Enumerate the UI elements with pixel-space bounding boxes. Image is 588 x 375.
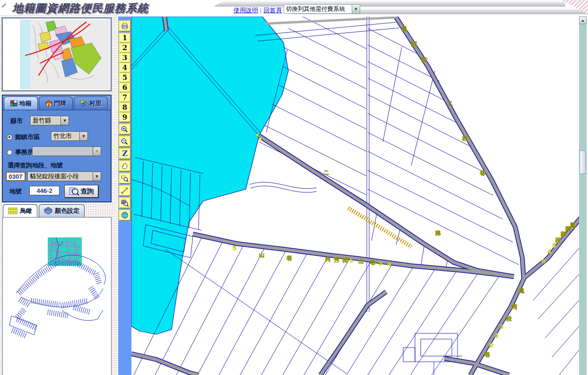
tab-village[interactable]: 村里 — [74, 96, 108, 110]
svg-text:巷: 巷 — [484, 351, 490, 358]
svg-text:岡: 岡 — [411, 41, 417, 47]
birdeye-extent-rect — [48, 237, 82, 266]
pan-button[interactable] — [119, 160, 131, 172]
svg-text:路: 路 — [435, 230, 441, 236]
county-select-arrow-icon[interactable]: ▼ — [61, 116, 69, 125]
scale-button-8[interactable]: 8 — [119, 102, 131, 113]
svg-text:巷: 巷 — [479, 170, 485, 176]
scale-button-6[interactable]: 6 — [119, 82, 131, 93]
help-link[interactable]: 使用說明 — [233, 7, 258, 14]
zoom-extent-button[interactable]: Z — [119, 148, 131, 159]
township-radio[interactable] — [7, 134, 12, 140]
svg-text:5: 5 — [349, 257, 353, 264]
map-toolbar: 1 2 3 4 5 6 7 8 9 Z — [118, 17, 131, 375]
tab-birdeye[interactable]: 鳥瞰 — [3, 204, 37, 217]
section-code-input[interactable]: 0307 — [6, 172, 26, 181]
tab-door-number[interactable]: 門牌 — [39, 96, 73, 110]
zoom-in-icon — [121, 125, 129, 133]
query-tabs: 地籍 門牌 村里 — [3, 96, 111, 110]
tab-cadastre-label: 地籍 — [19, 99, 32, 108]
office-select-arrow-icon[interactable]: ▼ — [93, 147, 101, 156]
scrollbar-thumb[interactable] — [579, 150, 586, 174]
svg-text:4: 4 — [547, 249, 551, 255]
tab-birdeye-label: 鳥瞰 — [20, 207, 32, 215]
tab-cadastre[interactable]: 地籍 — [4, 96, 38, 110]
svg-text:巷: 巷 — [286, 255, 292, 262]
township-label: 鄉鎮市區 — [15, 133, 40, 141]
county-label: 縣市 — [10, 117, 23, 125]
vertical-scrollbar[interactable]: ▲ — [579, 17, 587, 375]
county-map-graphic — [20, 19, 110, 89]
scale-button-9[interactable]: 9 — [119, 112, 131, 122]
svg-text:鳳: 鳳 — [401, 26, 407, 32]
app-window: 地籍圖資網路便民服務系統 使用說明|回首頁 切換到其他需付費系統 ▼ — [0, 0, 588, 375]
svg-text:段: 段 — [506, 315, 512, 322]
scale-button-4[interactable]: 4 — [119, 62, 131, 73]
query-form: 縣市 新竹縣 ▼ 鄉鎮市區 竹北市 ▼ 事務所 — [3, 110, 111, 201]
township-select[interactable]: 竹北市 — [51, 131, 79, 141]
office-select[interactable] — [32, 147, 93, 156]
left-sidebar: 地籍 門牌 村里 — [0, 14, 117, 375]
house-icon — [45, 100, 52, 106]
tab-color-settings-label: 顏色設定 — [55, 207, 79, 215]
county-overview-map[interactable] — [2, 17, 112, 91]
measure-button[interactable] — [119, 185, 131, 196]
system-switch-value: 切換到其他需付費系統 — [284, 5, 352, 13]
scale-button-7[interactable]: 7 — [119, 92, 131, 103]
svg-text:0: 0 — [542, 258, 545, 265]
svg-text:向: 向 — [325, 256, 331, 262]
scroll-up-icon[interactable]: ▲ — [579, 17, 587, 24]
full-extent-button[interactable] — [119, 209, 131, 221]
svg-text:段: 段 — [555, 237, 562, 244]
home-link[interactable]: 回首頁 — [263, 7, 282, 14]
globe-icon — [121, 211, 129, 219]
cadastre-icon — [10, 100, 17, 106]
svg-text:秀: 秀 — [334, 256, 340, 263]
birdeye-network-graphic — [3, 218, 111, 375]
svg-text:5: 5 — [233, 245, 236, 252]
parcel-locate-button[interactable] — [119, 197, 131, 209]
view-tabs: 鳥瞰 顏色設定 — [3, 204, 85, 217]
link-separator: | — [260, 7, 261, 14]
query-button[interactable]: 查詢 — [64, 185, 98, 198]
zoom-out-icon — [121, 138, 129, 145]
zoom-in-button[interactable] — [119, 123, 131, 135]
section-select-arrow-icon[interactable]: ▼ — [93, 172, 101, 181]
map-viewport[interactable]: 鳳 岡 路 二 段 巷 鳳 岡 段 5 4 0 巷 0 4 5 段 路 岡 鳳 — [131, 17, 579, 375]
county-select[interactable]: 新竹縣 — [30, 116, 61, 125]
section-name-select[interactable]: 貓兒錠段後面小段 — [27, 172, 93, 181]
svg-text:二: 二 — [323, 169, 329, 176]
svg-text:段: 段 — [462, 135, 468, 142]
chevron-down-icon[interactable]: ▼ — [352, 5, 360, 13]
query-panel: 地籍 門牌 村里 — [2, 95, 112, 202]
scale-button-1[interactable]: 1 — [119, 33, 131, 43]
office-radio[interactable] — [7, 149, 12, 155]
cadastral-map: 鳳 岡 路 二 段 巷 鳳 岡 段 5 4 0 巷 0 4 5 段 路 岡 鳳 — [131, 17, 579, 375]
scale-button-3[interactable]: 3 — [119, 52, 131, 63]
zoom-window-button[interactable] — [119, 173, 131, 184]
print-button[interactable] — [119, 20, 131, 32]
birdeye-panel[interactable] — [2, 217, 112, 375]
svg-text:街: 街 — [342, 257, 348, 263]
svg-text:二: 二 — [447, 100, 453, 107]
measure-ruler-icon — [121, 187, 129, 194]
scale-button-5[interactable]: 5 — [119, 72, 131, 83]
svg-text:4: 4 — [387, 261, 391, 268]
zoom-window-icon — [121, 174, 129, 182]
system-switch-select[interactable]: 切換到其他需付費系統 ▼ — [284, 4, 360, 14]
tab-color-settings[interactable]: 顏色設定 — [39, 204, 85, 217]
zoom-out-button[interactable] — [119, 136, 131, 147]
svg-text:山: 山 — [358, 258, 364, 264]
svg-text:巷: 巷 — [370, 259, 376, 266]
svg-text:路: 路 — [421, 56, 427, 63]
section-label: 選擇查詢地段、地號 — [8, 161, 63, 170]
parcel-input[interactable]: 446-2 — [29, 186, 60, 195]
tab-village-label: 村里 — [89, 99, 102, 108]
header: 地籍圖資網路便民服務系統 使用說明|回首頁 切換到其他需付費系統 ▼ — [0, 0, 588, 15]
brand-mark — [2, 3, 7, 8]
scale-button-2[interactable]: 2 — [119, 43, 131, 53]
birdeye-icon — [8, 208, 17, 214]
map-search-icon — [121, 199, 129, 207]
svg-text:5: 5 — [379, 260, 382, 267]
township-select-arrow-icon[interactable]: ▼ — [79, 131, 88, 141]
